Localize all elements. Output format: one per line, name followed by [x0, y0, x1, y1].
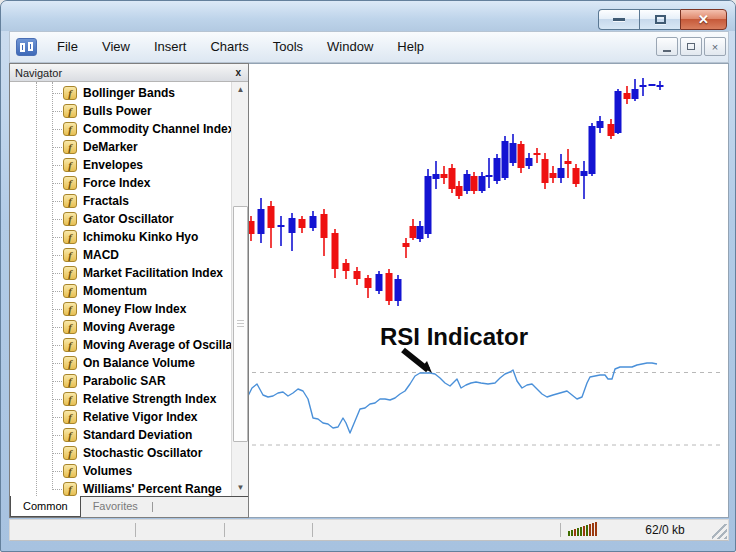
candlestick-chart: RSI Indicator: [249, 64, 727, 517]
close-button[interactable]: ✕: [680, 9, 727, 30]
sidebar-item-label: Momentum: [83, 284, 147, 298]
tree-stub: [52, 435, 62, 436]
indicator-list: fBollinger BandsfBulls PowerfCommodity C…: [10, 84, 230, 496]
sidebar-item-label: Gator Oscillator: [83, 212, 174, 226]
sidebar-item-demarker[interactable]: fDeMarker: [10, 138, 230, 156]
sidebar-item-label: Parabolic SAR: [83, 374, 166, 388]
sidebar-item-relative-strength-index[interactable]: fRelative Strength Index: [10, 390, 230, 408]
menu-item-file[interactable]: File: [45, 32, 90, 62]
minimize-button[interactable]: [598, 9, 639, 30]
connection-bar: [568, 531, 570, 536]
sidebar-item-label: On Balance Volume: [83, 356, 195, 370]
indicator-function-icon: f: [63, 464, 77, 478]
tab-divider: [152, 502, 153, 512]
sidebar-item-label: DeMarker: [83, 140, 138, 154]
sidebar-item-label: Bulls Power: [83, 104, 152, 118]
statusbar-separator: [135, 523, 136, 537]
sidebar-item-on-balance-volume[interactable]: fOn Balance Volume: [10, 354, 230, 372]
tree-stub: [52, 399, 62, 400]
tree-stub: [52, 327, 62, 328]
sidebar-item-standard-deviation[interactable]: fStandard Deviation: [10, 426, 230, 444]
indicator-function-icon: f: [63, 356, 77, 370]
indicator-function-icon: f: [63, 230, 77, 244]
sidebar-item-bulls-power[interactable]: fBulls Power: [10, 102, 230, 120]
tree-stub: [52, 255, 62, 256]
metatrader-logo-icon: [16, 38, 37, 56]
navigator-close-icon[interactable]: x: [233, 67, 243, 78]
tree-stub: [52, 453, 62, 454]
tree-stub: [52, 129, 62, 130]
sidebar-item-fractals[interactable]: fFractals: [10, 192, 230, 210]
scrollbar-thumb[interactable]: [233, 206, 248, 442]
tree-stub: [52, 291, 62, 292]
mdi-minimize-button[interactable]: [656, 37, 678, 56]
tree-stub: [52, 219, 62, 220]
scroll-down-icon[interactable]: ▼: [232, 480, 248, 496]
navigator-header: Navigator x: [10, 64, 248, 82]
sidebar-item-stochastic-oscillator[interactable]: fStochastic Oscillator: [10, 444, 230, 462]
tab-common[interactable]: Common: [10, 496, 81, 517]
scroll-up-icon[interactable]: ▲: [232, 82, 248, 98]
menu-item-insert[interactable]: Insert: [142, 32, 199, 62]
connection-bar: [574, 529, 576, 536]
mdi-restore-button[interactable]: [680, 37, 702, 56]
sidebar-item-gator-oscillator[interactable]: fGator Oscillator: [10, 210, 230, 228]
tree-stub: [52, 417, 62, 418]
connection-bar: [571, 530, 573, 536]
menu-item-tools[interactable]: Tools: [261, 32, 315, 62]
resize-grip-icon[interactable]: [712, 524, 727, 539]
sidebar-item-relative-vigor-index[interactable]: fRelative Vigor Index: [10, 408, 230, 426]
sidebar-item-parabolic-sar[interactable]: fParabolic SAR: [10, 372, 230, 390]
title-bar: ✕: [1, 1, 736, 31]
menu-item-window[interactable]: Window: [315, 32, 385, 62]
sidebar-item-label: Standard Deviation: [83, 428, 192, 442]
sidebar-item-volumes[interactable]: fVolumes: [10, 462, 230, 480]
connection-bar: [589, 524, 591, 536]
chart-area[interactable]: RSI Indicator: [249, 63, 729, 518]
sidebar-item-envelopes[interactable]: fEnvelopes: [10, 156, 230, 174]
indicator-function-icon: f: [63, 338, 77, 352]
menu-items: FileViewInsertChartsToolsWindowHelp: [45, 32, 436, 62]
navigator-scrollbar[interactable]: ▲ ▼: [231, 82, 248, 496]
tab-favorites[interactable]: Favorites: [81, 497, 150, 517]
tree-stub: [52, 489, 62, 490]
sidebar-item-williams-percent-range[interactable]: fWilliams' Percent Range: [10, 480, 230, 496]
mdi-minimize-icon: [663, 50, 671, 52]
sidebar-item-money-flow-index[interactable]: fMoney Flow Index: [10, 300, 230, 318]
sidebar-item-force-index[interactable]: fForce Index: [10, 174, 230, 192]
sidebar-item-ichimoku-kinko-hyo[interactable]: fIchimoku Kinko Hyo: [10, 228, 230, 246]
menu-item-view[interactable]: View: [90, 32, 142, 62]
sidebar-item-label: Relative Vigor Index: [83, 410, 198, 424]
navigator-title: Navigator: [15, 67, 62, 79]
sidebar-item-macd[interactable]: fMACD: [10, 246, 230, 264]
maximize-button[interactable]: [639, 9, 680, 30]
menu-item-charts[interactable]: Charts: [198, 32, 260, 62]
sidebar-item-bollinger-bands[interactable]: fBollinger Bands: [10, 84, 230, 102]
indicator-function-icon: f: [63, 392, 77, 406]
tree-stub: [52, 93, 62, 94]
sidebar-item-market-facilitation-index[interactable]: fMarket Facilitation Index: [10, 264, 230, 282]
sidebar-item-label: Moving Average of Oscillat: [83, 338, 236, 352]
sidebar-item-label: Money Flow Index: [83, 302, 186, 316]
indicator-function-icon: f: [63, 266, 77, 280]
navigator-tree: fBollinger BandsfBulls PowerfCommodity C…: [10, 82, 248, 496]
indicator-function-icon: f: [63, 320, 77, 334]
sidebar-item-commodity-channel-index[interactable]: fCommodity Channel Index: [10, 120, 230, 138]
sidebar-item-moving-average[interactable]: fMoving Average: [10, 318, 230, 336]
sidebar-item-label: Williams' Percent Range: [83, 482, 222, 496]
indicator-function-icon: f: [63, 140, 77, 154]
tree-stub: [52, 471, 62, 472]
tree-stub: [52, 363, 62, 364]
sidebar-item-momentum[interactable]: fMomentum: [10, 282, 230, 300]
application-window: ✕ FileViewInsertChartsToolsWindowHelp × …: [0, 0, 736, 552]
sidebar-item-moving-average-of-oscillat[interactable]: fMoving Average of Oscillat: [10, 336, 230, 354]
tree-stub: [52, 201, 62, 202]
menu-item-help[interactable]: Help: [385, 32, 436, 62]
indicator-function-icon: f: [63, 122, 77, 136]
sidebar-item-label: Ichimoku Kinko Hyo: [83, 230, 198, 244]
connection-bar: [595, 522, 597, 536]
mdi-close-button[interactable]: ×: [704, 37, 726, 56]
connection-bar: [577, 528, 579, 536]
mdi-close-icon: ×: [712, 41, 718, 53]
indicator-function-icon: f: [63, 374, 77, 388]
